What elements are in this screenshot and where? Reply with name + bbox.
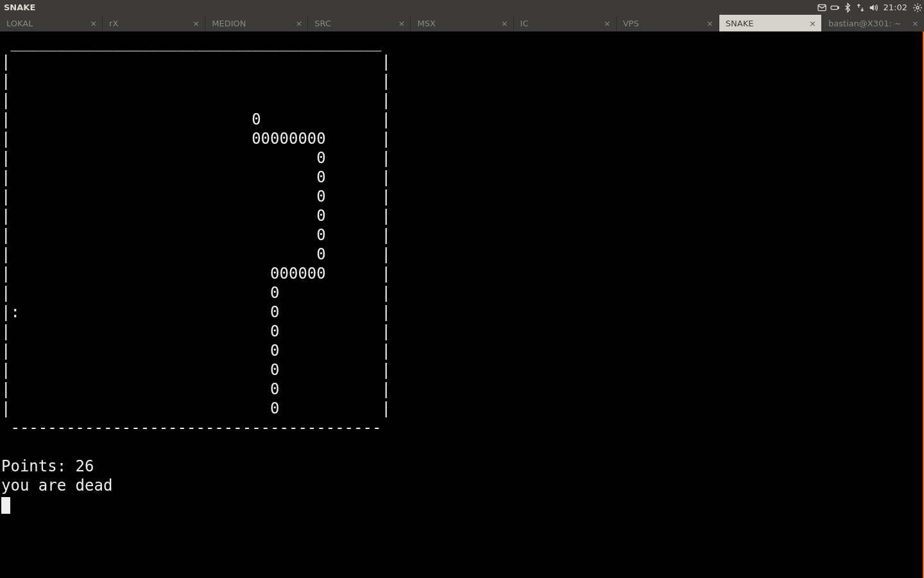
tab-close-icon[interactable]: × — [193, 19, 200, 28]
tab-vps[interactable]: VPS× — [617, 15, 719, 31]
tab-label: SRC — [314, 19, 331, 28]
terminal-viewport[interactable]: ________________________________________… — [0, 31, 923, 578]
battery-icon[interactable] — [828, 0, 841, 15]
game-output: ________________________________________… — [1, 33, 391, 495]
tab-src[interactable]: SRC× — [308, 15, 411, 31]
window-title: SNAKE — [0, 3, 35, 12]
top-panel: SNAKE 21:02 — [0, 0, 924, 15]
tab-label: IC — [520, 19, 529, 28]
tab-rx[interactable]: rX× — [103, 15, 205, 31]
tab-ic[interactable]: IC× — [514, 15, 617, 31]
tab-label: SNAKE — [726, 19, 754, 28]
tab-label: bastian@X301: ~ — [828, 19, 902, 28]
bluetooth-icon[interactable] — [841, 0, 854, 15]
tab-snake[interactable]: SNAKE× — [719, 15, 822, 31]
tab-close-icon[interactable]: × — [912, 19, 919, 28]
svg-point-3 — [916, 6, 919, 9]
tab-label: VPS — [623, 19, 639, 28]
mail-icon[interactable] — [816, 0, 828, 15]
tab-bastian-x301-[interactable]: bastian@X301: ~× — [822, 15, 924, 31]
svg-rect-2 — [837, 6, 838, 8]
tab-label: LOKAL — [6, 19, 33, 28]
network-icon[interactable] — [854, 0, 867, 15]
tab-label: rX — [109, 19, 118, 28]
tab-medion[interactable]: MEDION× — [205, 15, 308, 31]
volume-icon[interactable] — [867, 0, 880, 15]
tab-close-icon[interactable]: × — [295, 19, 302, 28]
session-gear-icon[interactable] — [911, 0, 924, 15]
tab-close-icon[interactable]: × — [501, 19, 508, 28]
tab-close-icon[interactable]: × — [706, 19, 714, 28]
tab-close-icon[interactable]: × — [398, 19, 406, 28]
tab-label: MEDION — [212, 19, 246, 28]
tab-close-icon[interactable]: × — [90, 19, 97, 28]
tab-label: MSX — [417, 19, 435, 28]
tab-close-icon[interactable]: × — [809, 19, 816, 28]
tab-msx[interactable]: MSX× — [411, 15, 513, 31]
terminal-tab-bar: LOKAL×rX×MEDION×SRC×MSX×IC×VPS×SNAKE×bas… — [0, 15, 924, 31]
svg-rect-1 — [831, 6, 838, 9]
tab-close-icon[interactable]: × — [604, 19, 611, 28]
tab-lokal[interactable]: LOKAL× — [0, 15, 103, 31]
clock[interactable]: 21:02 — [880, 3, 911, 12]
terminal-cursor — [1, 497, 10, 514]
